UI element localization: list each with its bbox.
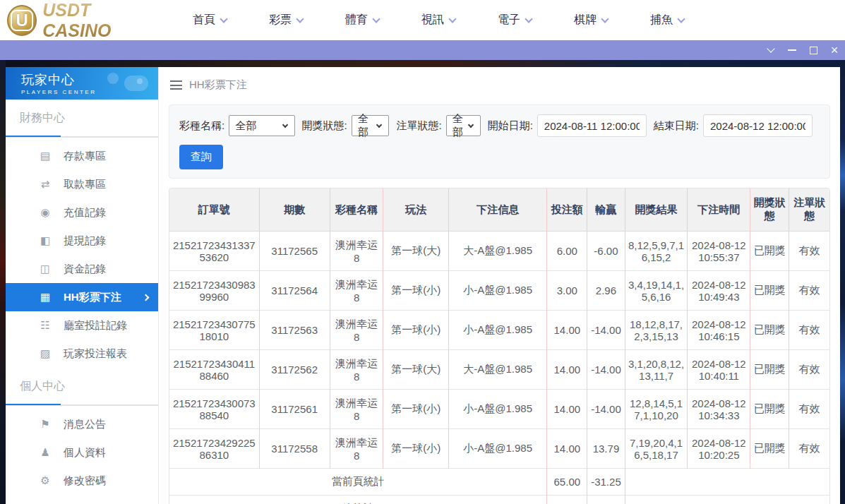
table-cell: 已開獎 [750, 232, 789, 271]
summary-row: 當前頁統計65.00-31.25 [169, 469, 829, 496]
sidebar-item-label: 取款專區 [64, 178, 106, 191]
table-cell: 小-A盤@1.985 [448, 271, 546, 311]
sidebar-item-label: 資金記錄 [64, 263, 106, 276]
table-cell: 8,12,5,9,7,16,15,2 [625, 232, 688, 271]
table-cell: 2152172343077518010 [169, 311, 259, 350]
table-cell: 大-A盤@1.985 [448, 350, 546, 390]
sidebar-item-label: 提現記錄 [64, 234, 106, 248]
chevron-down-icon [296, 15, 304, 23]
table-cell: 澳洲幸运8 [330, 232, 383, 271]
collapse-button[interactable] [760, 40, 781, 60]
nav-item-3[interactable]: 視訊 [421, 13, 455, 28]
sidebar-item-funds-record[interactable]: ◫資金記錄 [6, 255, 158, 283]
table-cell: 2152172343007388540 [169, 390, 259, 429]
lottery-name-select[interactable]: 全部 [229, 115, 294, 136]
nav-item-6[interactable]: 捕魚 [650, 13, 684, 28]
money-bag-icon: ◉ [38, 206, 52, 219]
draw-status-select[interactable]: 全部 [352, 115, 390, 136]
background-right-strip [840, 60, 845, 504]
lottery-name-value: 全部 [235, 119, 277, 133]
search-button[interactable]: 查詢 [179, 145, 223, 169]
table-cell: 澳洲幸运8 [330, 429, 383, 469]
table-cell: -14.00 [587, 311, 625, 350]
logo-text: USDT CASINO [42, 0, 159, 41]
sidebar-item-withdraw-zone[interactable]: ⇄取款專區 [6, 170, 158, 198]
sidebar-item-label: 存款專區 [64, 150, 106, 163]
table-row: 215217234292258631031172558澳洲幸运8第一球(小)小-… [169, 429, 829, 469]
column-header: 下注時間 [688, 188, 750, 232]
top-navbar: U USDT CASINO 首頁彩票體育視訊電子棋牌捕魚 [0, 0, 845, 40]
nav-item-label: 電子 [498, 13, 520, 28]
order-status-value: 全部 [453, 112, 463, 139]
table-cell: 已開獎 [750, 311, 789, 350]
nav-item-2[interactable]: 體育 [345, 13, 379, 28]
table-cell: 3,4,19,14,1,5,6,16 [625, 271, 688, 311]
chevron-down-icon [282, 121, 287, 127]
draw-status-value: 全部 [358, 112, 372, 139]
chevron-down-icon [677, 15, 685, 23]
sidebar-item-hall-bet-record[interactable]: ☷廳室投註記錄 [6, 311, 158, 340]
table-row: 215217234309839996031172564澳洲幸运8第一球(小)小-… [169, 271, 829, 311]
summary-empty-cell [625, 496, 829, 504]
table-cell: -6.00 [587, 232, 625, 271]
table-cell: 31172562 [259, 350, 330, 390]
sidebar-item-deposit-zone[interactable]: ▤存款專區 [6, 142, 158, 170]
summary-bet-total: 65.00 [547, 496, 587, 504]
chevron-down-icon [601, 15, 609, 23]
section-label: 財務中心 [6, 100, 158, 126]
nav-item-0[interactable]: 首頁 [193, 13, 227, 28]
sidebar-item-label: 廳室投註記錄 [64, 319, 127, 332]
chevron-down-icon [467, 121, 473, 127]
summary-bet-total: 65.00 [547, 469, 587, 496]
table-cell: -14.00 [587, 390, 625, 429]
table-cell: 2152172343041188460 [169, 350, 259, 390]
table-cell: 第一球(小) [383, 390, 449, 429]
collapse-icon [767, 44, 774, 52]
summary-label: 當前頁統計 [169, 469, 547, 496]
gear-icon: ⚙ [38, 474, 52, 487]
sidebar-item-announcements[interactable]: ⚑消息公告 [6, 410, 158, 438]
nav-item-label: 棋牌 [574, 13, 597, 28]
table-cell: 2024-08-12 10:34:33 [688, 390, 750, 429]
logo-coin-icon: U [7, 5, 37, 36]
table-cell: 已開獎 [750, 429, 789, 469]
sidebar-item-label: 玩家投注報表 [64, 347, 127, 361]
sidebar-item-player-bet-report[interactable]: ▨玩家投注報表 [6, 340, 158, 368]
gamepad-graphic [107, 71, 148, 95]
nav-item-4[interactable]: 電子 [498, 13, 532, 28]
sidebar-item-hh-lottery-bets[interactable]: ▦HH彩票下注 [6, 283, 158, 311]
nav-item-1[interactable]: 彩票 [269, 13, 303, 28]
nav-item-label: 體育 [345, 13, 368, 28]
close-button[interactable]: × [824, 40, 845, 60]
table-cell: 第一球(小) [383, 311, 449, 350]
hamburger-menu-icon[interactable] [170, 80, 182, 90]
chevron-down-icon [448, 15, 456, 23]
bell-icon: ⚑ [38, 418, 52, 431]
order-status-select[interactable]: 全部 [446, 115, 481, 136]
start-date-input[interactable] [537, 114, 647, 137]
maximize-button[interactable] [803, 40, 824, 60]
sidebar-item-profile[interactable]: ♟個人資料 [6, 438, 158, 467]
minimize-button[interactable] [781, 40, 803, 60]
table-cell: 有效 [789, 311, 829, 350]
table-row: 215217234300738854031172561澳洲幸运8第一球(小)小-… [169, 390, 829, 429]
table-cell: 有效 [789, 350, 829, 390]
table-cell: 澳洲幸运8 [330, 390, 383, 429]
sidebar-item-label: 消息公告 [64, 418, 106, 431]
sidebar-item-withdrawal-record[interactable]: ◧提現記錄 [6, 227, 158, 255]
maximize-icon [810, 47, 817, 54]
section-label: 個人中心 [6, 368, 158, 394]
column-header: 玩法 [383, 188, 449, 232]
nav-item-5[interactable]: 棋牌 [574, 13, 608, 28]
withdraw-hand-icon: ⇄ [38, 178, 52, 191]
table-row: 215217234307751801031172563澳洲幸运8第一球(小)小-… [169, 311, 829, 350]
sidebar-item-recharge-record[interactable]: ◉充值記錄 [6, 198, 158, 227]
end-date-input[interactable] [703, 114, 813, 137]
draw-status-label: 開獎狀態: [302, 119, 347, 133]
site-logo[interactable]: U USDT CASINO [7, 0, 159, 41]
summary-label: 總統計 [169, 496, 547, 504]
bets-table-wrap: 訂單號期數彩種名稱玩法下注信息投注額輸贏開獎結果下注時間開獎狀態注單狀態 215… [169, 188, 830, 504]
table-cell: 有效 [789, 390, 829, 429]
table-cell: 2024-08-12 10:49:43 [688, 271, 750, 311]
sidebar-item-change-password[interactable]: ⚙修改密碼 [6, 467, 158, 495]
